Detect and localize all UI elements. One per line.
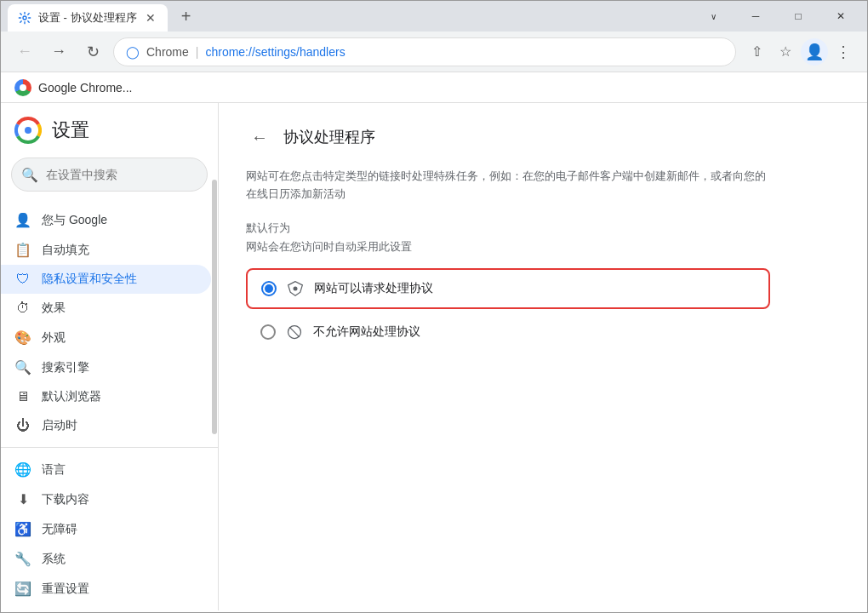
sidebar-item-label-language: 语言 (42, 462, 66, 478)
search-icon: 🔍 (21, 167, 38, 183)
sidebar-item-label-appearance: 外观 (42, 330, 66, 346)
downloads-nav-icon: ⬇ (14, 491, 31, 507)
performance-nav-icon: ⏱ (14, 301, 31, 316)
language-nav-icon: 🌐 (14, 461, 31, 478)
protocol-allow-option[interactable]: 网站可以请求处理协议 (246, 268, 770, 309)
radio-deny-circle (260, 324, 276, 340)
titlebar: 设置 - 协议处理程序 ✕ + ∨ ─ □ ✕ (1, 1, 867, 32)
sidebar-header: 设置 (1, 110, 218, 158)
reload-button[interactable]: ↻ (79, 38, 106, 66)
appearance-nav-icon: 🎨 (14, 329, 31, 346)
section-subtitle: 网站会在您访问时自动采用此设置 (246, 239, 770, 255)
sidebar-scrollbar[interactable] (212, 103, 217, 612)
sidebar-item-label-system: 系统 (42, 552, 66, 567)
sidebar-item-label-search: 搜索引擎 (42, 360, 89, 375)
google-bar: Google Chrome... (1, 72, 867, 103)
toolbar: ← → ↻ ◯ Chrome | chrome://settings/handl… (1, 32, 867, 72)
back-header: ← 协议处理程序 (246, 123, 770, 151)
back-page-button[interactable]: ← (246, 123, 273, 151)
autofill-nav-icon: 📋 (14, 242, 31, 258)
google-nav-icon: 👤 (14, 212, 31, 228)
sidebar-item-reset[interactable]: 🔄 重置设置 (1, 574, 211, 604)
svg-point-3 (25, 127, 31, 134)
sidebar-item-startup[interactable]: ⏻ 启动时 (1, 411, 211, 440)
address-separator: | (196, 45, 199, 59)
sidebar-item-label-startup: 启动时 (42, 418, 77, 433)
svg-line-6 (289, 327, 300, 337)
sidebar-item-search[interactable]: 🔍 搜索引擎 (1, 352, 211, 382)
sidebar-item-downloads[interactable]: ⬇ 下载内容 (1, 484, 211, 514)
active-tab[interactable]: 设置 - 协议处理程序 ✕ (8, 4, 168, 32)
titlebar-extra-btn[interactable]: ∨ (694, 3, 733, 30)
browser-nav-icon: 🖥 (14, 389, 31, 404)
forward-button[interactable]: → (45, 38, 72, 66)
bookmark-button[interactable]: ☆ (772, 38, 799, 66)
sidebar-item-label-reset: 重置设置 (42, 581, 89, 597)
restore-button[interactable]: □ (779, 3, 818, 30)
accessibility-nav-icon: ♿ (14, 521, 31, 537)
sidebar-item-label-accessibility: 无障碍 (42, 522, 77, 537)
page-description: 网站可在您点击特定类型的链接时处理特殊任务，例如：在您的电子邮件客户端中创建新邮… (246, 168, 770, 203)
back-button[interactable]: ← (11, 38, 38, 66)
new-tab-button[interactable]: + (174, 4, 198, 28)
sidebar-item-label-performance: 效果 (42, 301, 66, 316)
window-controls: ∨ ─ □ ✕ (694, 3, 860, 30)
sidebar-item-label-autofill: 自动填充 (42, 243, 89, 258)
sidebar-item-appearance[interactable]: 🎨 外观 (1, 323, 211, 352)
google-app-name: Google Chrome... (38, 81, 133, 95)
sidebar-item-language[interactable]: 🌐 语言 (1, 455, 211, 484)
chrome-logo-icon (14, 79, 31, 96)
page-title: 协议处理程序 (283, 127, 375, 147)
protocol-deny-option[interactable]: 不允许网站处理协议 (246, 312, 770, 352)
content-inner: ← 协议处理程序 网站可在您点击特定类型的链接时处理特殊任务，例如：在您的电子邮… (219, 103, 797, 375)
toolbar-actions: ⇧ ☆ 👤 ⋮ (743, 38, 857, 66)
tab-label: 设置 - 协议处理程序 (38, 10, 137, 26)
sidebar-scroll-thumb (212, 180, 217, 434)
sidebar-item-performance[interactable]: ⏱ 效果 (1, 294, 211, 323)
sidebar-item-privacy[interactable]: 🛡 隐私设置和安全性 (1, 265, 211, 294)
protocol-allow-label: 网站可以请求处理协议 (314, 281, 433, 296)
search-bar: 🔍 (11, 158, 208, 192)
browser-window: 设置 - 协议处理程序 ✕ + ∨ ─ □ ✕ ← → ↻ ◯ Chrome |… (0, 0, 868, 613)
address-bar[interactable]: ◯ Chrome | chrome://settings/handlers (113, 37, 736, 66)
protocol-deny-icon (286, 324, 303, 341)
security-icon: ◯ (126, 45, 140, 59)
sidebar-item-label-google: 您与 Google (42, 213, 107, 228)
tab-close-button[interactable]: ✕ (144, 11, 157, 25)
sidebar-item-google[interactable]: 👤 您与 Google (1, 205, 211, 235)
sidebar-item-label-downloads: 下载内容 (42, 492, 89, 507)
sidebar-item-browser[interactable]: 🖥 默认浏览器 (1, 382, 211, 411)
protocol-allow-icon (287, 280, 304, 297)
search-engine-nav-icon: 🔍 (14, 359, 31, 375)
nav-separator (1, 447, 218, 448)
menu-button[interactable]: ⋮ (830, 38, 857, 66)
startup-nav-icon: ⏻ (14, 418, 31, 433)
close-button[interactable]: ✕ (821, 3, 860, 30)
content-area: ← 协议处理程序 网站可在您点击特定类型的链接时处理特殊任务，例如：在您的电子邮… (219, 103, 867, 612)
sidebar: 设置 🔍 👤 您与 Google 📋 自动填充 🛡 (1, 103, 219, 610)
svg-point-0 (23, 16, 26, 20)
sidebar-item-label-browser: 默认浏览器 (42, 389, 101, 404)
svg-point-4 (294, 286, 298, 290)
profile-button[interactable]: 👤 (801, 38, 828, 66)
settings-logo (14, 117, 42, 144)
sidebar-wrapper: 设置 🔍 👤 您与 Google 📋 自动填充 🛡 (1, 103, 219, 612)
system-nav-icon: 🔧 (14, 551, 31, 567)
sidebar-title: 设置 (52, 117, 89, 143)
minimize-button[interactable]: ─ (736, 3, 775, 30)
section-title: 默认行为 (246, 221, 770, 236)
protocol-deny-label: 不允许网站处理协议 (313, 324, 420, 340)
main-layout: 设置 🔍 👤 您与 Google 📋 自动填充 🛡 (1, 103, 867, 612)
reset-nav-icon: 🔄 (14, 581, 31, 597)
search-input[interactable] (11, 158, 208, 192)
tab-favicon (18, 11, 31, 25)
sidebar-item-label-privacy: 隐私设置和安全性 (42, 272, 137, 287)
chrome-label: Chrome (146, 45, 189, 59)
privacy-nav-icon: 🛡 (14, 272, 31, 287)
share-button[interactable]: ⇧ (743, 38, 770, 66)
sidebar-item-autofill[interactable]: 📋 自动填充 (1, 235, 211, 265)
sidebar-item-system[interactable]: 🔧 系统 (1, 544, 211, 574)
radio-allow-circle (261, 281, 277, 296)
url-text: chrome://settings/handlers (205, 45, 345, 59)
sidebar-item-accessibility[interactable]: ♿ 无障碍 (1, 514, 211, 544)
